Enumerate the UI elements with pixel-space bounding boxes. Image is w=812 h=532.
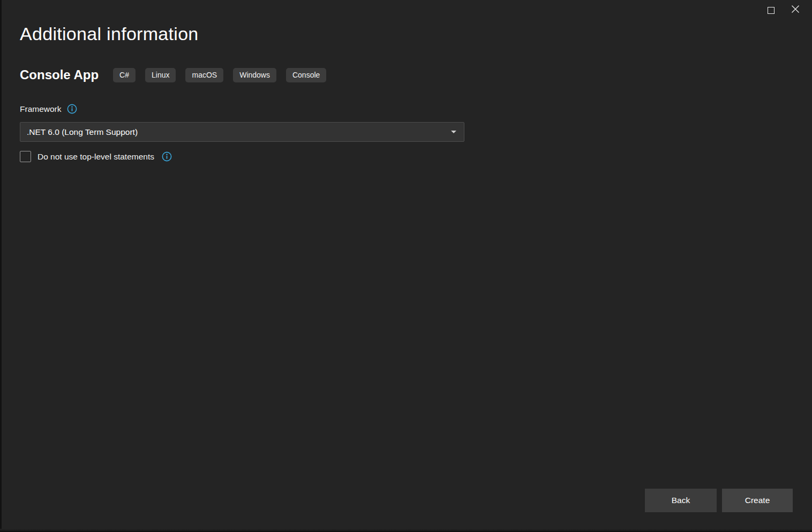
page-title: Additional information [20, 0, 812, 44]
top-level-statements-checkbox[interactable] [20, 151, 31, 162]
window-bottom-edge [0, 529, 812, 532]
framework-label-row: Framework [20, 104, 812, 114]
tag-macos[interactable]: macOS [185, 68, 223, 82]
tag-windows[interactable]: Windows [233, 68, 276, 82]
tag-csharp[interactable]: C# [113, 68, 136, 82]
framework-info-icon[interactable] [67, 104, 77, 114]
chevron-down-icon [451, 131, 456, 133]
top-level-statements-label[interactable]: Do not use top-level statements [37, 152, 154, 162]
top-level-statements-info-icon[interactable] [162, 151, 172, 162]
create-button[interactable]: Create [722, 489, 793, 512]
dialog-content: Additional information Console App C# Li… [0, 0, 812, 532]
additional-information-dialog: Additional information Console App C# Li… [0, 0, 812, 532]
project-tags: C# Linux macOS Windows Console [113, 68, 326, 82]
tag-console[interactable]: Console [286, 68, 326, 82]
framework-selected-value: .NET 6.0 (Long Term Support) [27, 127, 138, 137]
project-type-name: Console App [20, 67, 99, 82]
framework-dropdown[interactable]: .NET 6.0 (Long Term Support) [20, 122, 464, 142]
tag-linux[interactable]: Linux [145, 68, 176, 82]
back-button[interactable]: Back [645, 489, 717, 512]
project-row: Console App C# Linux macOS Windows Conso… [20, 67, 812, 82]
footer-buttons: Back Create [645, 489, 793, 512]
top-level-statements-row: Do not use top-level statements [20, 151, 812, 162]
framework-label: Framework [20, 104, 62, 114]
